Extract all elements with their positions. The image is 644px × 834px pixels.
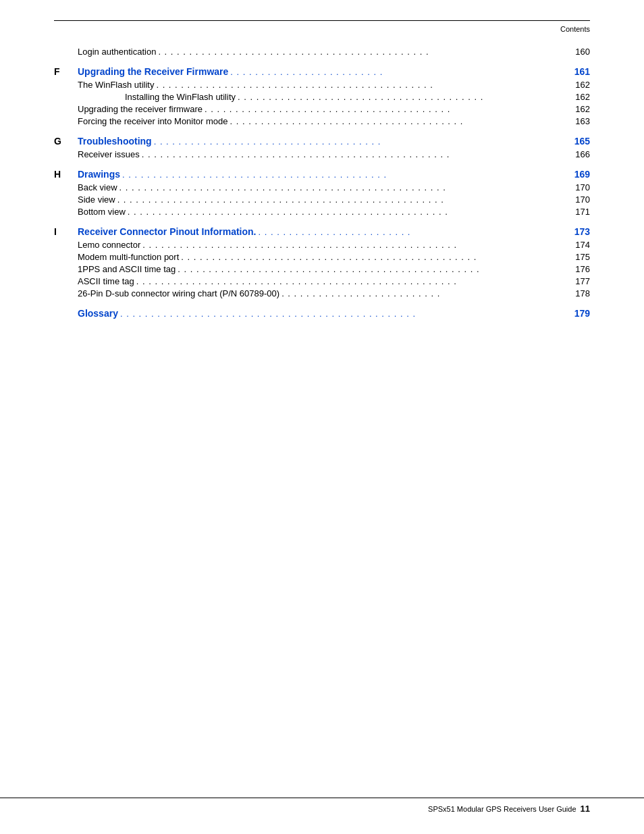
entry-page: 177	[575, 276, 590, 286]
toc-entry-login: Login authentication . . . . . . . . . .…	[78, 47, 590, 57]
entry-page: 162	[575, 92, 590, 102]
entry-page: 178	[575, 288, 590, 298]
section-i-subsections: Lemo connector . . . . . . . . . . . . .…	[78, 240, 590, 298]
section-g-page: 165	[574, 136, 590, 147]
section-f-sub-sub: Installing the WinFlash utility . . . . …	[125, 92, 590, 102]
section-h-row: H Drawings . . . . . . . . . . . . . . .…	[54, 169, 590, 180]
toc-entry-side-view: Side view . . . . . . . . . . . . . . . …	[78, 194, 590, 205]
section-i-title-row: Receiver Connector Pinout Information. .…	[78, 226, 590, 237]
section-f-row: F Upgrading the Receiver Firmware . . . …	[54, 66, 590, 77]
entry-label: Login authentication	[78, 47, 156, 57]
footer-page-number: 11	[581, 804, 590, 814]
entry-label: ASCII time tag	[78, 276, 134, 286]
toc-entry-receiver-issues: Receiver issues . . . . . . . . . . . . …	[78, 149, 590, 159]
glossary-page: 179	[574, 308, 590, 319]
entry-label: Side view	[78, 194, 115, 205]
entry-dots: . . . . . . . . . . . . . . . . . . . . …	[117, 194, 574, 205]
section-f-title-row: Upgrading the Receiver Firmware . . . . …	[78, 66, 590, 77]
entry-page: 170	[575, 182, 590, 192]
entry-dots: . . . . . . . . . . . . . . . . . . . . …	[178, 264, 573, 274]
entry-label: Bottom view	[78, 207, 126, 217]
entry-dots: . . . . . . . . . . . . . . . . . . . . …	[238, 92, 573, 102]
glossary-dots: . . . . . . . . . . . . . . . . . . . . …	[120, 309, 572, 319]
section-f-page: 161	[574, 66, 590, 77]
section-h-page: 169	[574, 169, 590, 180]
entry-dots: . . . . . . . . . . . . . . . . . . . . …	[181, 252, 573, 262]
section-h-title-row: Drawings . . . . . . . . . . . . . . . .…	[78, 169, 590, 180]
toc-entry-monitor-mode: Forcing the receiver into Monitor mode .…	[78, 116, 590, 126]
entry-label: Upgrading the receiver firmware	[78, 104, 203, 114]
header-label: Contents	[54, 25, 590, 33]
header-rule	[54, 20, 590, 21]
section-h-title: Drawings	[78, 169, 120, 180]
entry-label: Back view	[78, 182, 117, 192]
page-container: Contents Login authentication . . . . . …	[0, 0, 644, 834]
section-h-letter: H	[54, 169, 78, 180]
entry-dots: . . . . . . . . . . . . . . . . . . . . …	[205, 104, 573, 114]
section-i-row: I Receiver Connector Pinout Information.…	[54, 226, 590, 237]
footer: SPSx51 Modular GPS Receivers User Guide …	[0, 798, 644, 814]
entry-page: 162	[575, 104, 590, 114]
toc-entry-26pin: 26-Pin D-sub connector wiring chart (P/N…	[78, 288, 590, 298]
entry-dots: . . . . . . . . . . . . . . . . . . . . …	[136, 276, 573, 286]
footer-text: SPSx51 Modular GPS Receivers User Guide	[428, 805, 576, 813]
toc-entry-back-view: Back view . . . . . . . . . . . . . . . …	[78, 182, 590, 192]
entry-dots: . . . . . . . . . . . . . . . . . . . . …	[119, 182, 574, 192]
toc-entry-install-winflash: Installing the WinFlash utility . . . . …	[125, 92, 590, 102]
section-i-page: 173	[574, 226, 590, 237]
entry-label: Lemo connector	[78, 240, 140, 250]
entry-page: 170	[575, 194, 590, 205]
entry-label: 26-Pin D-sub connector wiring chart (P/N…	[78, 288, 279, 298]
entry-label: Receiver issues	[78, 149, 140, 159]
section-i-title: Receiver Connector Pinout Information.	[78, 226, 256, 237]
section-g-letter: G	[54, 136, 78, 147]
entry-page: 166	[575, 149, 590, 159]
entry-dots: . . . . . . . . . . . . . . . . . . . . …	[142, 240, 573, 250]
entry-label: Installing the WinFlash utility	[125, 92, 236, 102]
toc-entry-lemo: Lemo connector . . . . . . . . . . . . .…	[78, 240, 590, 250]
glossary-row: Glossary . . . . . . . . . . . . . . . .…	[54, 308, 590, 319]
section-i-dots: . . . . . . . . . . . . . . . . . . . . …	[258, 227, 572, 237]
section-g-subsections: Receiver issues . . . . . . . . . . . . …	[78, 149, 590, 159]
section-f-subsections: The WinFlash utility . . . . . . . . . .…	[78, 80, 590, 126]
entry-label: The WinFlash utility	[78, 80, 154, 90]
entry-dots: . . . . . . . . . . . . . . . . . . . . …	[128, 207, 573, 217]
entry-dots: . . . . . . . . . . . . . . . . . . . . …	[142, 149, 574, 159]
entry-page: 174	[575, 240, 590, 250]
entry-page: 171	[575, 207, 590, 217]
section-g-title: Troubleshooting	[78, 136, 152, 147]
section-f-title: Upgrading the Receiver Firmware	[78, 66, 228, 77]
entry-dots: . . . . . . . . . . . . . . . . . . . . …	[281, 288, 573, 298]
section-g-dots: . . . . . . . . . . . . . . . . . . . . …	[154, 136, 572, 147]
toc-entry-modem-port: Modem multi-function port . . . . . . . …	[78, 252, 590, 262]
section-h-subsections: Back view . . . . . . . . . . . . . . . …	[78, 182, 590, 217]
entry-page: 162	[575, 80, 590, 90]
toc-entry-ascii-time: ASCII time tag . . . . . . . . . . . . .…	[78, 276, 590, 286]
entry-label: Forcing the receiver into Monitor mode	[78, 116, 228, 126]
entry-dots: . . . . . . . . . . . . . . . . . . . . …	[156, 80, 573, 90]
entry-page: 163	[575, 116, 590, 126]
toc-entry-upgrade-firmware: Upgrading the receiver firmware . . . . …	[78, 104, 590, 114]
entry-page: 160	[575, 47, 590, 57]
toc-entry-winflash: The WinFlash utility . . . . . . . . . .…	[78, 80, 590, 90]
section-g-title-row: Troubleshooting . . . . . . . . . . . . …	[78, 136, 590, 147]
entry-page: 176	[575, 264, 590, 274]
section-i-letter: I	[54, 226, 78, 237]
section-f-letter: F	[54, 66, 78, 77]
glossary-title: Glossary	[78, 308, 118, 319]
toc-entry-1pps: 1PPS and ASCII time tag . . . . . . . . …	[78, 264, 590, 274]
entry-dots: . . . . . . . . . . . . . . . . . . . . …	[230, 116, 574, 126]
entry-label: Modem multi-function port	[78, 252, 179, 262]
toc-entry-bottom-view: Bottom view . . . . . . . . . . . . . . …	[78, 207, 590, 217]
entry-label: 1PPS and ASCII time tag	[78, 264, 176, 274]
entry-dots: . . . . . . . . . . . . . . . . . . . . …	[158, 47, 573, 57]
entry-page: 175	[575, 252, 590, 262]
section-g-row: G Troubleshooting . . . . . . . . . . . …	[54, 136, 590, 147]
section-f-dots: . . . . . . . . . . . . . . . . . . . . …	[230, 67, 572, 77]
section-h-dots: . . . . . . . . . . . . . . . . . . . . …	[122, 170, 572, 180]
